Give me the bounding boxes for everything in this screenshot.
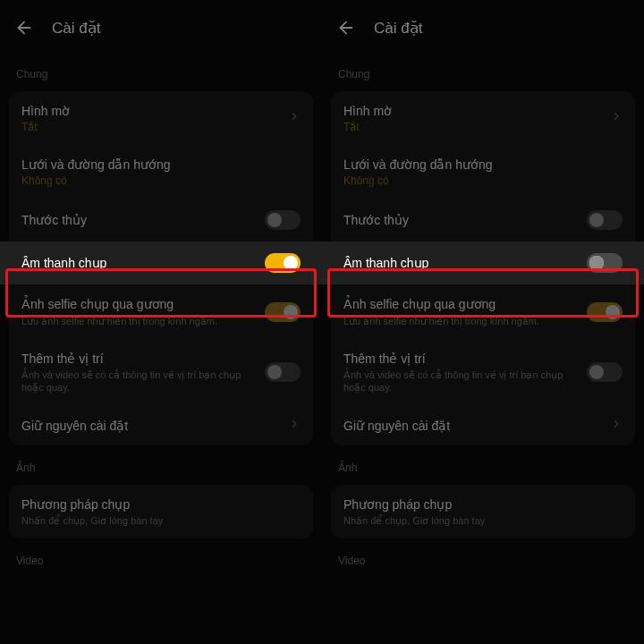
row-title: Giữ nguyên cài đặt (343, 418, 603, 434)
settings-screen-left: Cài đặt Chung Hình mờ Tắt Lưới và đường … (0, 0, 322, 644)
page-title: Cài đặt (52, 19, 100, 38)
row-watermark[interactable]: Hình mờ Tắt (9, 91, 313, 145)
row-desc: Ảnh và video sẽ có cả thông tin về vị tr… (343, 369, 580, 394)
row-title: Thêm thẻ vị trí (343, 351, 580, 367)
section-video-label: Video (322, 538, 644, 572)
row-desc: Nhấn để chụp, Giơ lòng bàn tay (343, 514, 623, 527)
row-watermark[interactable]: Hình mờ Tắt (331, 91, 635, 145)
row-title: Hình mờ (21, 103, 281, 119)
row-grid[interactable]: Lưới và đường dẫn hướng Không có (331, 145, 635, 199)
row-value: Tắt (343, 121, 603, 133)
toggle-location-tag[interactable] (587, 362, 623, 382)
row-title: Ảnh selfie chụp qua gương (21, 296, 258, 312)
section-image-label: Ảnh (0, 445, 322, 479)
row-desc: Lưu ảnh selfie như hiển thị trong kính n… (343, 315, 580, 327)
row-title: Âm thanh chụp (343, 255, 580, 271)
row-location-tag[interactable]: Thêm thẻ vị trí Ảnh và video sẽ có cả th… (331, 339, 635, 406)
section-image-label: Ảnh (322, 445, 644, 479)
row-title: Thước thủy (343, 212, 580, 228)
row-keep-settings[interactable]: Giữ nguyên cài đặt (331, 406, 635, 445)
header: Cài đặt (322, 0, 644, 52)
row-value: Không có (343, 174, 623, 187)
general-settings-block: Hình mờ Tắt Lưới và đường dẫn hướng Khôn… (331, 91, 635, 445)
row-grid[interactable]: Lưới và đường dẫn hướng Không có (9, 145, 313, 199)
row-title: Giữ nguyên cài đặt (21, 418, 281, 434)
row-desc: Lưu ảnh selfie như hiển thị trong kính n… (21, 315, 258, 327)
row-shutter-sound[interactable]: Âm thanh chụp (322, 242, 644, 284)
page-title: Cài đặt (374, 19, 422, 38)
section-video-label: Video (0, 538, 322, 572)
row-title: Hình mờ (343, 103, 603, 119)
row-desc: Ảnh và video sẽ có cả thông tin về vị tr… (21, 369, 258, 394)
general-settings-block: Hình mờ Tắt Lưới và đường dẫn hướng Khôn… (9, 91, 313, 445)
row-level[interactable]: Thước thủy (9, 199, 313, 242)
row-title: Thêm thẻ vị trí (21, 351, 258, 367)
settings-screen-right: Cài đặt Chung Hình mờ Tắt Lưới và đường … (322, 0, 644, 644)
row-title: Phương pháp chụp (21, 496, 301, 513)
row-value: Tắt (21, 121, 281, 133)
row-title: Âm thanh chụp (21, 255, 258, 271)
toggle-shutter-sound[interactable] (265, 253, 301, 273)
section-general-label: Chung (322, 52, 644, 86)
row-mirror-selfie[interactable]: Ảnh selfie chụp qua gương Lưu ảnh selfie… (9, 284, 313, 338)
row-value: Không có (21, 174, 301, 187)
section-general-label: Chung (0, 52, 322, 86)
row-desc: Nhấn để chụp, Giơ lòng bàn tay (21, 514, 301, 527)
row-location-tag[interactable]: Thêm thẻ vị trí Ảnh và video sẽ có cả th… (9, 339, 313, 406)
row-title: Phương pháp chụp (343, 496, 623, 513)
chevron-right-icon (288, 418, 301, 434)
row-title: Lưới và đường dẫn hướng (21, 157, 301, 173)
chevron-right-icon (610, 418, 623, 434)
header: Cài đặt (0, 0, 322, 52)
back-arrow-icon[interactable] (14, 18, 34, 38)
row-capture-method[interactable]: Phương pháp chụp Nhấn để chụp, Giơ lòng … (331, 485, 635, 538)
chevron-right-icon (610, 110, 623, 126)
image-settings-block: Phương pháp chụp Nhấn để chụp, Giơ lòng … (9, 485, 313, 538)
row-level[interactable]: Thước thủy (331, 199, 635, 242)
back-arrow-icon[interactable] (336, 18, 356, 38)
row-title: Thước thủy (21, 212, 258, 228)
toggle-level[interactable] (265, 210, 301, 230)
toggle-mirror-selfie[interactable] (587, 302, 623, 322)
row-mirror-selfie[interactable]: Ảnh selfie chụp qua gương Lưu ảnh selfie… (331, 284, 635, 338)
row-keep-settings[interactable]: Giữ nguyên cài đặt (9, 406, 313, 445)
image-settings-block: Phương pháp chụp Nhấn để chụp, Giơ lòng … (331, 485, 635, 538)
toggle-mirror-selfie[interactable] (265, 302, 301, 322)
row-capture-method[interactable]: Phương pháp chụp Nhấn để chụp, Giơ lòng … (9, 485, 313, 538)
row-title: Ảnh selfie chụp qua gương (343, 296, 580, 312)
toggle-level[interactable] (587, 210, 623, 230)
toggle-location-tag[interactable] (265, 362, 301, 382)
chevron-right-icon (288, 110, 301, 126)
row-title: Lưới và đường dẫn hướng (343, 157, 623, 173)
toggle-shutter-sound[interactable] (587, 253, 623, 273)
row-shutter-sound[interactable]: Âm thanh chụp (0, 242, 322, 284)
